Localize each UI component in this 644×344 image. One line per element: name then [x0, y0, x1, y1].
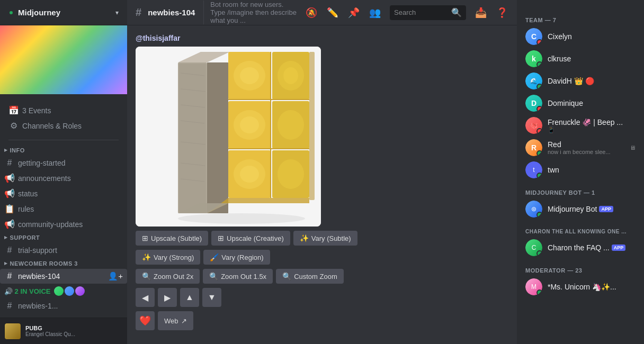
- hash-icon-getting-started: #: [4, 158, 15, 168]
- sidebar-item-channels-roles[interactable]: ⚙ Channels & Roles: [4, 118, 123, 133]
- channel-header-name: newbies-104: [148, 8, 195, 17]
- member-item-cixelyn[interactable]: C Cixelyn: [521, 25, 640, 48]
- search-box[interactable]: Search 🔍: [390, 5, 466, 20]
- server-banner-image: [0, 25, 127, 94]
- upscale-subtle-button[interactable]: ⊞ Upscale (Subtle): [136, 231, 208, 246]
- category-label-newcomer: Newcomer Rooms 3: [10, 260, 78, 267]
- action-buttons-row2: ✨ Vary (Strong) 🖌️ Vary (Region): [136, 250, 508, 265]
- status-ms-unicorn: [536, 289, 542, 295]
- member-info-ms-unicorn: *Ms. Unicorn 🦄✨...: [548, 283, 636, 291]
- status-frenuckle: [536, 128, 542, 134]
- vary-subtle-button[interactable]: ✨ Vary (Subtle): [293, 231, 357, 246]
- member-item-ms-unicorn[interactable]: M *Ms. Unicorn 🦄✨...: [521, 276, 640, 298]
- sidebar-top-section: 📅 3 Events ⚙ Channels & Roles: [0, 94, 127, 135]
- sidebar-category-support[interactable]: ▸ Support: [0, 232, 127, 243]
- mute-icon[interactable]: 🔕: [305, 7, 318, 19]
- sidebar-item-community-updates[interactable]: 📢 community-updates: [0, 216, 127, 232]
- web-button[interactable]: Web ↗: [158, 311, 193, 330]
- voice-badge: 🔊 2 IN VOICE: [4, 287, 51, 295]
- member-item-frenuckle[interactable]: 🐙 Frenuckle 🦑 | Beep ... 📱: [521, 114, 640, 137]
- svg-point-26: [240, 166, 259, 183]
- edit-icon[interactable]: ✏️: [326, 7, 339, 19]
- member-info-dominique: Dominique: [548, 99, 636, 107]
- member-avatar-charon: C: [525, 239, 542, 256]
- upscale-creative-button[interactable]: ⊞ Upscale (Creative): [211, 231, 290, 246]
- chat-area: @thisisjaffar: [127, 25, 517, 344]
- sidebar-category-newcomer[interactable]: ▸ Newcomer Rooms 3: [0, 258, 127, 269]
- pin-icon[interactable]: 📌: [347, 7, 360, 19]
- members-category-team: TEAM — 7: [521, 8, 640, 25]
- vary-subtle-label: Vary (Subtle): [311, 234, 351, 242]
- status-red: [536, 150, 542, 156]
- member-name-cixelyn: Cixelyn: [548, 32, 636, 41]
- sidebar-item-rules[interactable]: 📋 rules: [0, 201, 127, 216]
- zoom-out-1-5x-icon: 🔍: [209, 272, 218, 280]
- game-bar[interactable]: PUBG Erangel Classic Qu...: [0, 318, 127, 344]
- server-header[interactable]: Midjourney ▾: [0, 0, 127, 25]
- sidebar-item-status[interactable]: 📢 status: [0, 186, 127, 201]
- member-avatar-clkruse: k: [525, 50, 542, 67]
- member-item-charon[interactable]: C Charon the FAQ ... APP: [521, 237, 640, 259]
- sidebar-category-info[interactable]: ▸ Info: [0, 144, 127, 156]
- channel-label-community: community-updates: [18, 220, 83, 229]
- sidebar-item-getting-started[interactable]: # getting-started: [0, 156, 127, 170]
- svg-point-34: [178, 213, 305, 224]
- sidebar-item-events[interactable]: 📅 3 Events: [4, 103, 123, 118]
- member-item-red[interactable]: R Red now i am become slee... 🖥: [521, 137, 640, 159]
- upscale-subtle-label: Upscale (Subtle): [151, 234, 202, 242]
- member-info-red: Red now i am become slee...: [548, 140, 624, 155]
- sidebar-item-newbies-voice[interactable]: 🔊 2 IN VOICE: [0, 284, 127, 298]
- status-channel-icon: 📢: [4, 188, 15, 198]
- add-user-icon[interactable]: 👤+: [108, 271, 123, 281]
- message-container: @thisisjaffar: [136, 34, 508, 330]
- sidebar-content: 📅 3 Events ⚙ Channels & Roles ▸ Info # g…: [0, 94, 127, 318]
- vary-strong-button[interactable]: ✨ Vary (Strong): [136, 250, 200, 265]
- arrow-down-button[interactable]: ▼: [202, 288, 221, 307]
- member-item-davidh[interactable]: 🌊 DavidH 👑 🔴: [521, 70, 640, 92]
- game-info: PUBG Erangel Classic Qu...: [25, 325, 123, 337]
- voice-avatar-1: [54, 286, 64, 296]
- server-sidebar: Midjourney ▾ 📅 3 Events ⚙ Channels & Rol…: [0, 0, 127, 344]
- zoom-out-2x-button[interactable]: 🔍 Zoom Out 2x: [136, 269, 200, 284]
- member-item-midjourney-bot[interactable]: ⊛ Midjourney Bot APP: [521, 198, 640, 220]
- member-avatar-ms-unicorn: M: [525, 278, 542, 295]
- svg-rect-11: [207, 62, 228, 213]
- app-badge-midjourney: APP: [599, 206, 613, 212]
- sidebar-item-trial-support[interactable]: # trial-support: [0, 243, 127, 258]
- member-item-clkruse[interactable]: k clkruse: [521, 48, 640, 70]
- member-status-red: now i am become slee...: [548, 149, 624, 155]
- sidebar-item-newbies-104[interactable]: # newbies-104 👤+: [0, 269, 127, 284]
- members-icon[interactable]: 👥: [369, 7, 381, 19]
- member-avatar-cixelyn: C: [525, 28, 542, 45]
- red-platform-icon: 🖥: [630, 144, 636, 151]
- zoom-out-1-5x-button[interactable]: 🔍 Zoom Out 1.5x: [203, 269, 273, 284]
- inbox-icon[interactable]: 📥: [475, 7, 487, 19]
- events-label: 3 Events: [22, 106, 51, 115]
- member-info-davidh: DavidH 👑 🔴: [548, 77, 636, 85]
- message-author[interactable]: @thisisjaffar: [136, 34, 508, 42]
- custom-zoom-button[interactable]: 🔍 Custom Zoom: [276, 269, 344, 284]
- members-category-moderator: MODERATOR — 23: [521, 259, 640, 276]
- arrow-left-button[interactable]: ◀: [136, 288, 155, 307]
- arrow-right-button[interactable]: ▶: [158, 288, 177, 307]
- member-item-twn[interactable]: t twn: [521, 159, 640, 181]
- arrow-up-button[interactable]: ▲: [180, 288, 199, 307]
- members-sidebar: TEAM — 7 C Cixelyn k clkruse 🌊 DavidH 👑 …: [517, 0, 644, 344]
- member-avatar-frenuckle: 🐙: [525, 117, 542, 134]
- sidebar-item-announcements[interactable]: 📢 announcements: [0, 170, 127, 186]
- help-icon[interactable]: ❓: [496, 7, 508, 19]
- member-name-davidh: DavidH 👑 🔴: [548, 77, 636, 85]
- custom-zoom-label: Custom Zoom: [294, 273, 337, 280]
- sidebar-item-newbies-105[interactable]: # newbies-1...: [0, 298, 127, 313]
- voice-avatar-2: [65, 286, 74, 296]
- zoom-out-2x-label: Zoom Out 2x: [154, 273, 193, 280]
- member-item-dominique[interactable]: D Dominique: [521, 92, 640, 114]
- heart-reaction-button[interactable]: ❤️: [136, 311, 155, 330]
- channels-roles-icon: ⚙: [8, 121, 19, 131]
- vary-region-button[interactable]: 🖌️ Vary (Region): [203, 250, 270, 265]
- member-name-clkruse: clkruse: [548, 55, 636, 63]
- vary-region-icon: 🖌️: [210, 253, 219, 261]
- game-subtitle: Erangel Classic Qu...: [25, 331, 123, 337]
- server-dropdown-arrow: ▾: [115, 9, 119, 16]
- upscale-subtle-icon: ⊞: [142, 234, 148, 242]
